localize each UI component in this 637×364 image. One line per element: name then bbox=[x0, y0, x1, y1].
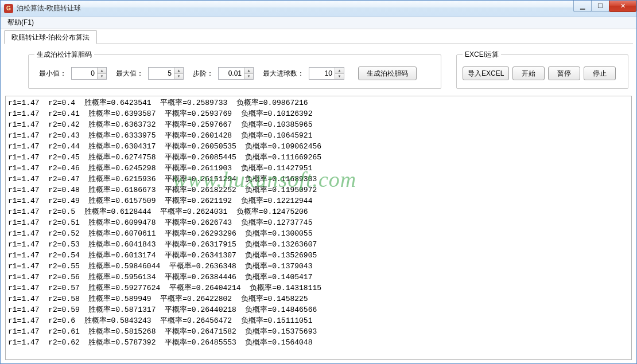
maxball-label: 最大进球数： bbox=[263, 69, 304, 79]
max-spin-down-icon[interactable]: ▼ bbox=[174, 74, 183, 80]
max-spinner[interactable]: ▲ ▼ bbox=[148, 67, 184, 80]
step-spin-down-icon[interactable]: ▼ bbox=[244, 74, 253, 80]
step-spinner[interactable]: ▲ ▼ bbox=[218, 67, 254, 80]
start-button[interactable]: 开始 bbox=[512, 66, 545, 80]
maxball-spinner[interactable]: ▲ ▼ bbox=[309, 67, 344, 80]
window-controls: ▁ ☐ ✕ bbox=[574, 1, 636, 12]
client-area: 欧赔转让球-泊松分布算法 生成泊松计算胆码 最小值： ▲ ▼ 最大值： bbox=[1, 29, 636, 363]
min-spinner[interactable]: ▲ ▼ bbox=[71, 67, 107, 80]
menubar: 帮助(F1) bbox=[1, 17, 636, 29]
maxball-spin-up-icon[interactable]: ▲ bbox=[335, 68, 344, 74]
excel-panel: EXCEl运算 导入EXCEL 开始 暂停 停止 bbox=[456, 50, 628, 89]
minimize-button[interactable]: ▁ bbox=[573, 1, 592, 12]
maxball-input[interactable] bbox=[309, 68, 335, 79]
min-label: 最小值： bbox=[39, 69, 67, 79]
generate-button[interactable]: 生成泊松胆码 bbox=[358, 66, 417, 80]
max-input[interactable] bbox=[149, 68, 174, 79]
step-label: 步阶： bbox=[193, 69, 213, 79]
menu-help[interactable]: 帮助(F1) bbox=[4, 17, 37, 29]
control-panels: 生成泊松计算胆码 最小值： ▲ ▼ 最大值： ▲ bbox=[4, 44, 633, 93]
window-title: 泊松算法-欧赔转让球 bbox=[17, 3, 81, 13]
output-container: r1=1.47 r2=0.4 胜概率=0.6423541 平概率=0.25897… bbox=[5, 96, 632, 360]
tab-strip: 欧赔转让球-泊松分布算法 bbox=[4, 30, 633, 44]
maxball-spin-down-icon[interactable]: ▼ bbox=[335, 74, 344, 80]
generate-panel-legend: 生成泊松计算胆码 bbox=[34, 50, 94, 60]
close-button[interactable]: ✕ bbox=[609, 1, 636, 12]
maximize-button[interactable]: ☐ bbox=[591, 1, 609, 12]
step-spin-up-icon[interactable]: ▲ bbox=[244, 68, 253, 74]
generate-panel: 生成泊松计算胆码 最小值： ▲ ▼ 最大值： ▲ bbox=[28, 50, 441, 89]
min-spin-up-icon[interactable]: ▲ bbox=[97, 68, 106, 74]
min-input[interactable] bbox=[72, 68, 97, 79]
excel-panel-legend: EXCEl运算 bbox=[463, 50, 501, 60]
tab-main[interactable]: 欧赔转让球-泊松分布算法 bbox=[4, 30, 97, 44]
app-icon: G bbox=[4, 4, 13, 13]
generate-row: 最小值： ▲ ▼ 最大值： ▲ ▼ bbox=[34, 64, 435, 83]
import-excel-button[interactable]: 导入EXCEL bbox=[463, 66, 509, 80]
max-spin-up-icon[interactable]: ▲ bbox=[174, 68, 183, 74]
stop-button[interactable]: 停止 bbox=[584, 66, 616, 80]
output-textarea[interactable]: r1=1.47 r2=0.4 胜概率=0.6423541 平概率=0.25897… bbox=[6, 96, 631, 359]
titlebar: G 泊松算法-欧赔转让球 ▁ ☐ ✕ bbox=[1, 1, 636, 17]
max-label: 最大值： bbox=[116, 69, 143, 79]
app-window: G 泊松算法-欧赔转让球 ▁ ☐ ✕ 帮助(F1) 欧赔转让球-泊松分布算法 生… bbox=[0, 0, 637, 364]
step-input[interactable] bbox=[219, 68, 244, 79]
excel-row: 导入EXCEL 开始 暂停 停止 bbox=[463, 64, 622, 83]
pause-button[interactable]: 暂停 bbox=[548, 66, 580, 80]
min-spin-down-icon[interactable]: ▼ bbox=[97, 74, 106, 80]
